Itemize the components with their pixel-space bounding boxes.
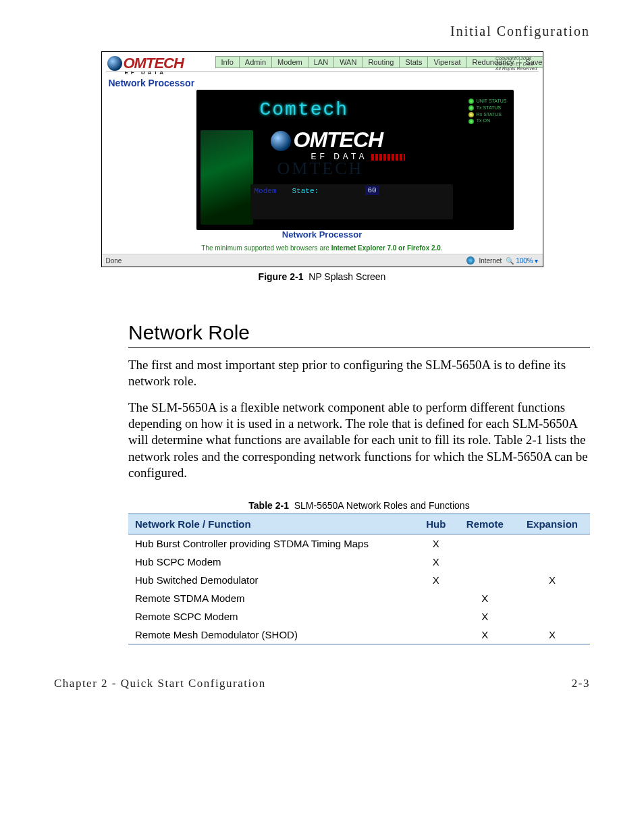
status-zone: Internet bbox=[479, 257, 502, 265]
table-row: Remote SCPC ModemX bbox=[128, 607, 590, 626]
mini-state-label: State: bbox=[292, 187, 319, 195]
tab-lan[interactable]: LAN bbox=[308, 56, 334, 68]
cell-remote: X bbox=[456, 626, 515, 644]
led-icon bbox=[468, 99, 474, 104]
table-caption: Table 2-1 SLM-5650A Network Roles and Fu… bbox=[128, 500, 590, 511]
copyright-text: Copyright© 2008 Comtech EF Data All Righ… bbox=[495, 56, 537, 72]
tab-vipersat[interactable]: Vipersat bbox=[427, 56, 466, 68]
figure-caption: Figure 2-1 NP Splash Screen bbox=[101, 271, 543, 282]
ghost-logo: OMTECH bbox=[277, 159, 364, 179]
col-function: Network Role / Function bbox=[128, 514, 417, 534]
cell-hub bbox=[417, 589, 455, 607]
cell-expansion bbox=[514, 553, 590, 571]
cell-function: Remote STDMA Modem bbox=[128, 589, 417, 607]
tab-wan[interactable]: WAN bbox=[333, 56, 363, 68]
table-row: Hub SCPC ModemX bbox=[128, 553, 590, 571]
table-row: Hub Switched DemodulatorXX bbox=[128, 571, 590, 589]
mini-panel: Modem State: 60 bbox=[250, 184, 453, 219]
cell-remote: X bbox=[456, 589, 515, 607]
figure-2-1: OMTECH EF DATA Info Admin Modem LAN WAN … bbox=[101, 51, 543, 282]
status-leds: UNIT STATUS Tx STATUS Rx STATUS Tx ON bbox=[468, 98, 507, 124]
cell-remote bbox=[456, 571, 515, 589]
led-icon bbox=[468, 112, 474, 117]
footer-chapter: Chapter 2 - Quick Start Configuration bbox=[54, 677, 266, 690]
lcd-text: Comtech bbox=[260, 99, 349, 120]
tab-admin[interactable]: Admin bbox=[239, 56, 272, 68]
footer-page-number: 2-3 bbox=[572, 677, 590, 690]
browser-status-bar: Done Internet 🔍 100% ▾ bbox=[102, 254, 543, 267]
status-done: Done bbox=[102, 257, 467, 265]
cell-remote: X bbox=[456, 607, 515, 626]
cell-remote bbox=[456, 534, 515, 553]
divider bbox=[106, 71, 539, 72]
cell-hub: X bbox=[417, 571, 455, 589]
hero-logo: OMTECH bbox=[271, 128, 383, 153]
table-header-row: Network Role / Function Hub Remote Expan… bbox=[128, 514, 590, 534]
cell-function: Hub SCPC Modem bbox=[128, 553, 417, 571]
brand-logo: OMTECH EF DATA bbox=[107, 55, 184, 76]
hero-subtitle: Network Processor bbox=[102, 229, 543, 240]
tab-modem[interactable]: Modem bbox=[271, 56, 308, 68]
cell-expansion bbox=[514, 534, 590, 553]
page-title: Network Processor bbox=[109, 78, 195, 88]
globe-icon bbox=[107, 56, 122, 71]
tab-routing[interactable]: Routing bbox=[362, 56, 400, 68]
cell-remote bbox=[456, 553, 515, 571]
col-hub: Hub bbox=[417, 514, 455, 534]
cell-function: Hub Burst Controller providing STDMA Tim… bbox=[128, 534, 417, 553]
cell-expansion bbox=[514, 607, 590, 626]
globe-icon bbox=[271, 131, 291, 151]
cell-hub: X bbox=[417, 553, 455, 571]
paragraph-2: The SLM-5650A is a flexible network comp… bbox=[128, 399, 590, 482]
nav-tabs: Info Admin Modem LAN WAN Routing Stats V… bbox=[215, 56, 543, 68]
cell-function: Remote SCPC Modem bbox=[128, 607, 417, 626]
col-remote: Remote bbox=[456, 514, 515, 534]
internet-icon bbox=[466, 256, 475, 265]
cell-function: Remote Mesh Demodulator (SHOD) bbox=[128, 626, 417, 644]
cell-expansion bbox=[514, 589, 590, 607]
led-icon bbox=[468, 119, 474, 124]
table-row: Hub Burst Controller providing STDMA Tim… bbox=[128, 534, 590, 553]
tab-info[interactable]: Info bbox=[215, 56, 240, 68]
table-row: Remote Mesh Demodulator (SHOD)XX bbox=[128, 626, 590, 644]
paragraph-1: The first and most important step prior … bbox=[128, 357, 590, 390]
cell-hub bbox=[417, 626, 455, 644]
browser-note: The minimum supported web browsers are I… bbox=[102, 244, 543, 252]
zoom-level: 🔍 100% ▾ bbox=[506, 257, 538, 265]
section-heading-network-role: Network Role bbox=[128, 321, 590, 348]
col-expansion: Expansion bbox=[514, 514, 590, 534]
cell-expansion: X bbox=[514, 626, 590, 644]
roles-table: Network Role / Function Hub Remote Expan… bbox=[128, 514, 590, 644]
hero-image: Comtech OMTECH EF DATA OMTECH Modem Stat… bbox=[196, 90, 514, 230]
led-icon bbox=[468, 105, 474, 111]
cell-hub: X bbox=[417, 534, 455, 553]
bars-icon bbox=[371, 154, 405, 161]
running-head: Initial Configuration bbox=[54, 24, 590, 39]
cell-function: Hub Switched Demodulator bbox=[128, 571, 417, 589]
page-footer: Chapter 2 - Quick Start Configuration 2-… bbox=[54, 677, 590, 690]
cell-expansion: X bbox=[514, 571, 590, 589]
table-row: Remote STDMA ModemX bbox=[128, 589, 590, 607]
circuit-board-art bbox=[200, 130, 253, 225]
np-splash-screenshot: OMTECH EF DATA Info Admin Modem LAN WAN … bbox=[101, 51, 543, 267]
tab-stats[interactable]: Stats bbox=[399, 56, 428, 68]
cell-hub bbox=[417, 607, 455, 626]
mini-number: 60 bbox=[365, 186, 379, 195]
mini-modem-label: Modem bbox=[254, 187, 277, 195]
